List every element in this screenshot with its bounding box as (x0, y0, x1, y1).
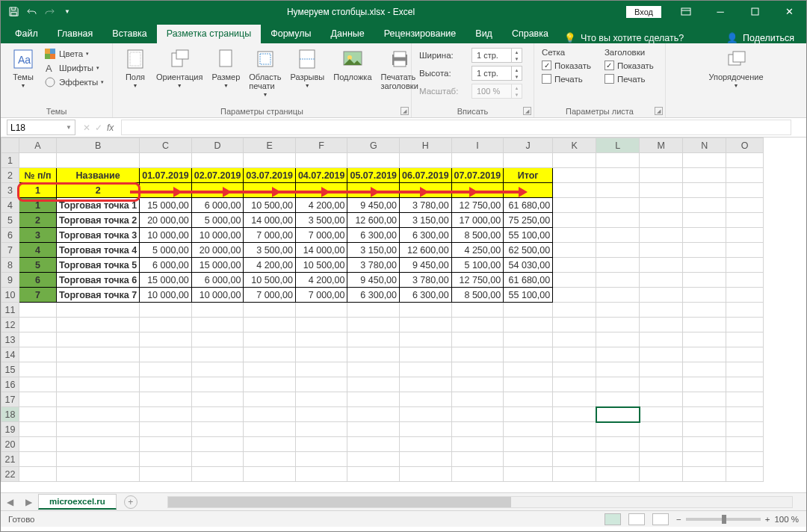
height-field[interactable]: Высота:1 стр.▲▼ (418, 65, 528, 81)
data-cell[interactable]: 12 750,00 (451, 273, 504, 288)
cell[interactable] (191, 437, 244, 452)
data-cell[interactable]: 10 500,00 (295, 258, 347, 273)
zoom-in-icon[interactable]: + (765, 515, 770, 524)
row-header[interactable]: 17 (1, 392, 19, 407)
cell[interactable] (640, 377, 683, 392)
cell[interactable] (683, 303, 726, 318)
data-cell[interactable]: 12 600,00 (400, 243, 452, 258)
normal-view-icon[interactable] (605, 513, 621, 525)
row-header[interactable]: 10 (1, 288, 19, 303)
header-cell[interactable]: Итог (504, 168, 553, 183)
cell[interactable] (640, 213, 683, 228)
save-icon[interactable] (5, 4, 22, 20)
cell[interactable] (640, 168, 683, 183)
cell[interactable] (19, 377, 57, 392)
cell[interactable] (451, 332, 504, 347)
cell[interactable] (140, 392, 192, 407)
cell[interactable] (19, 153, 57, 168)
cell[interactable] (19, 467, 57, 482)
dialog-launcher-icon[interactable]: ◢ (655, 107, 663, 115)
cell[interactable] (451, 377, 504, 392)
cell[interactable] (596, 392, 640, 407)
col-header[interactable]: A (19, 138, 57, 153)
cell[interactable] (19, 437, 57, 452)
cell[interactable] (553, 243, 596, 258)
data-cell[interactable]: 3 150,00 (400, 213, 452, 228)
cell[interactable] (683, 392, 726, 407)
cell[interactable] (347, 153, 400, 168)
cell[interactable] (347, 467, 400, 482)
cell[interactable] (57, 392, 140, 407)
data-cell[interactable]: 3 780,00 (400, 273, 452, 288)
cell[interactable] (726, 437, 764, 452)
cell[interactable] (726, 347, 764, 362)
cell[interactable] (596, 452, 640, 467)
col-header[interactable]: L (596, 138, 640, 153)
grid-print-check[interactable]: Печать (540, 73, 593, 84)
cell[interactable] (640, 198, 683, 213)
cell[interactable] (596, 467, 640, 482)
cell[interactable] (191, 422, 244, 437)
cell[interactable] (640, 437, 683, 452)
cell[interactable] (295, 392, 347, 407)
header-cell[interactable]: 04.07.2019 (295, 168, 347, 183)
cell[interactable] (400, 392, 452, 407)
login-button[interactable]: Вход (626, 6, 661, 18)
cell[interactable] (504, 318, 553, 332)
cell[interactable] (553, 198, 596, 213)
row-header[interactable]: 22 (1, 467, 19, 482)
data-cell[interactable]: 14 000,00 (244, 213, 296, 228)
data-cell[interactable]: 7 000,00 (244, 228, 296, 243)
width-field[interactable]: Ширина:1 стр.▲▼ (418, 47, 528, 64)
cell[interactable] (504, 303, 553, 318)
cell[interactable] (504, 332, 553, 347)
cell[interactable] (683, 318, 726, 332)
cell[interactable] (347, 303, 400, 318)
cell[interactable] (19, 362, 57, 377)
row-header[interactable]: 8 (1, 258, 19, 273)
cell[interactable] (191, 362, 244, 377)
cell[interactable] (683, 377, 726, 392)
cell[interactable] (191, 467, 244, 482)
numbering-cell[interactable] (347, 183, 400, 198)
col-header[interactable]: O (726, 138, 764, 153)
cell[interactable] (504, 153, 553, 168)
row-header[interactable]: 18 (1, 407, 19, 422)
cell[interactable] (191, 407, 244, 422)
header-cell[interactable]: 01.07.2019 (140, 168, 192, 183)
cell[interactable] (504, 437, 553, 452)
name-box[interactable]: L18▼ (7, 120, 75, 135)
cell[interactable] (451, 153, 504, 168)
cell[interactable] (400, 407, 452, 422)
index-cell[interactable]: 6 (19, 273, 57, 288)
data-cell[interactable]: 6 300,00 (400, 228, 452, 243)
data-cell[interactable]: 20 000,00 (140, 213, 192, 228)
cell[interactable] (347, 437, 400, 452)
row-header[interactable]: 4 (1, 198, 19, 213)
sheet-tab[interactable]: microexcel.ru (38, 494, 117, 510)
cell[interactable] (295, 318, 347, 332)
numbering-cell[interactable] (191, 183, 244, 198)
print-area-button[interactable]: Область печати▼ (244, 46, 285, 99)
name-cell[interactable]: Торговая точка 7 (57, 288, 140, 303)
numbering-cell[interactable] (400, 183, 452, 198)
data-cell[interactable]: 10 500,00 (244, 273, 296, 288)
cell[interactable] (596, 273, 640, 288)
cell[interactable] (726, 407, 764, 422)
grid-show-check[interactable]: ✓Показать (540, 60, 593, 71)
col-header[interactable]: N (683, 138, 726, 153)
cell[interactable] (244, 347, 296, 362)
numbering-cell[interactable] (504, 183, 553, 198)
select-all-corner[interactable] (1, 138, 19, 153)
data-cell[interactable]: 10 000,00 (191, 288, 244, 303)
breaks-button[interactable]: Разрывы▼ (285, 46, 329, 99)
cell[interactable] (726, 243, 764, 258)
cell[interactable] (596, 437, 640, 452)
row-header[interactable]: 21 (1, 452, 19, 467)
qat-dropdown-icon[interactable]: ▼ (59, 4, 75, 20)
numbering-cell[interactable]: 1 (19, 183, 57, 198)
cell[interactable] (347, 422, 400, 437)
scale-field[interactable]: Масштаб:100 %▲▼ (418, 83, 528, 99)
cell[interactable] (295, 452, 347, 467)
tab-layout[interactable]: Разметка страницы (157, 25, 261, 43)
